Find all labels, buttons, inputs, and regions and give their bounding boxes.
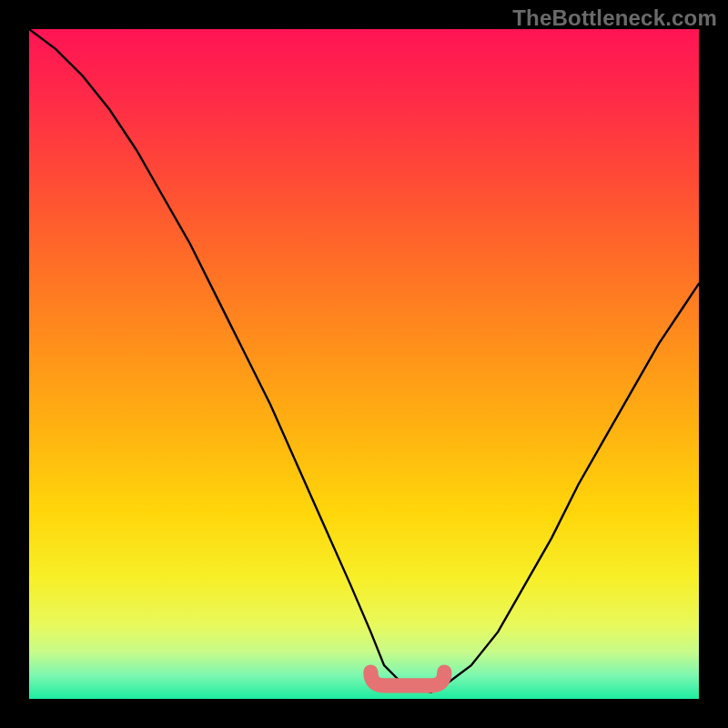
plot-area xyxy=(29,29,699,699)
chart-frame: TheBottleneck.com xyxy=(0,0,728,728)
bottleneck-curve-chart xyxy=(29,29,699,699)
gradient-background xyxy=(29,29,699,699)
watermark-label: TheBottleneck.com xyxy=(512,5,717,31)
